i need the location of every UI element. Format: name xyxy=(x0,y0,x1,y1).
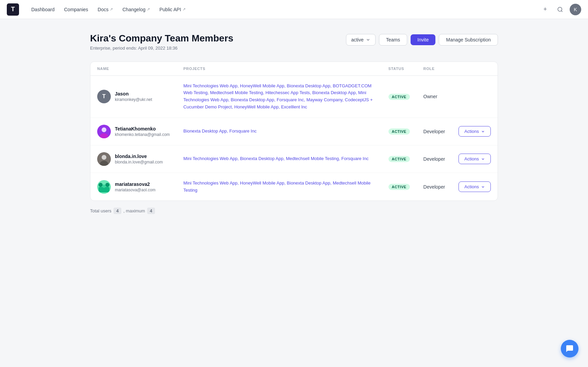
projects-cell: Bionexta Desktop App, Forsquare Inc xyxy=(184,128,375,135)
table-row: TetianaKhomenko khomenko.tetiana@gmail.c… xyxy=(90,118,498,145)
manage-subscription-button[interactable]: Manage Subscription xyxy=(439,34,498,46)
col-actions xyxy=(452,62,498,76)
nav-links: Dashboard Companies Docs ↗ Changelog ↗ P… xyxy=(27,5,532,14)
user-email: khomenko.tetiana@gmail.com xyxy=(115,132,170,137)
col-status: STATUS xyxy=(382,62,417,76)
nav-right: + K xyxy=(540,4,581,15)
status-badge: ACTIVE xyxy=(388,128,410,135)
nav-dashboard[interactable]: Dashboard xyxy=(27,5,59,14)
chevron-down-icon xyxy=(481,129,485,134)
user-info: TetianaKhomenko khomenko.tetiana@gmail.c… xyxy=(115,126,170,137)
svg-point-0 xyxy=(558,7,562,11)
table-row: mariatarasova2 mariatasova@aol.com Mini … xyxy=(90,173,498,200)
page-header: Kira's Company Team Members Enterprise, … xyxy=(90,33,498,51)
search-button[interactable] xyxy=(555,4,566,15)
status-badge: ACTIVE xyxy=(388,184,410,190)
actions-button[interactable]: Actions xyxy=(459,154,491,164)
nav-public-api[interactable]: Public API ↗ xyxy=(155,5,190,14)
svg-point-8 xyxy=(99,183,103,187)
user-name: mariatarasova2 xyxy=(115,181,156,187)
user-cell: TetianaKhomenko khomenko.tetiana@gmail.c… xyxy=(97,125,170,138)
header-actions: active Teams Invite Manage Subscription xyxy=(346,34,498,46)
avatar: T xyxy=(97,90,111,103)
members-table: NAME PROJECTS STATUS ROLE T Jason kiramo… xyxy=(90,62,498,201)
svg-point-9 xyxy=(105,183,109,187)
nav-companies[interactable]: Companies xyxy=(60,5,92,14)
role-cell: Owner xyxy=(417,75,452,118)
user-email: mariatasova@aol.com xyxy=(115,188,156,192)
col-projects: PROJECTS xyxy=(177,62,382,76)
nav-changelog[interactable]: Changelog ↗ xyxy=(118,5,154,14)
user-cell: blonda.in.love blonda.in.love@gmail.com xyxy=(97,152,170,166)
teams-button[interactable]: Teams xyxy=(379,34,407,46)
search-icon xyxy=(557,6,563,13)
total-label: Total users xyxy=(90,208,111,213)
max-count: 4 xyxy=(147,208,155,214)
user-name: TetianaKhomenko xyxy=(115,126,170,132)
invite-button[interactable]: Invite xyxy=(411,34,435,45)
user-info: mariatarasova2 mariatasova@aol.com xyxy=(115,181,156,192)
user-name: Jason xyxy=(115,91,152,97)
projects-cell: Mini Technologies Web App, HoneyWell Mob… xyxy=(184,83,375,111)
projects-cell: Mini Technologies Web App, HoneyWell Mob… xyxy=(184,180,375,194)
external-link-icon: ↗ xyxy=(183,7,186,12)
page-title-block: Kira's Company Team Members Enterprise, … xyxy=(90,33,341,51)
app-logo[interactable]: T xyxy=(7,3,19,16)
user-avatar[interactable]: K xyxy=(570,4,581,15)
table-row: blonda.in.love blonda.in.love@gmail.com … xyxy=(90,145,498,173)
user-cell: mariatarasova2 mariatasova@aol.com xyxy=(97,180,170,194)
external-link-icon: ↗ xyxy=(110,7,113,12)
table-row: T Jason kiramonkey@ukr.net Mini Technolo… xyxy=(90,75,498,118)
status-badge: ACTIVE xyxy=(388,156,410,162)
chat-fab[interactable] xyxy=(561,340,578,357)
user-name: blonda.in.love xyxy=(115,154,163,159)
main-content: Kira's Company Team Members Enterprise, … xyxy=(83,19,505,228)
external-link-icon: ↗ xyxy=(147,7,150,12)
col-name: NAME xyxy=(90,62,177,76)
table-footer: Total users 4 , maximum 4 xyxy=(90,208,498,214)
projects-cell: Mini Technologies Web App, Bionexta Desk… xyxy=(184,155,375,162)
status-badge: ACTIVE xyxy=(388,94,410,100)
chevron-down-icon xyxy=(481,157,485,161)
chevron-down-icon xyxy=(481,185,485,189)
navbar: T Dashboard Companies Docs ↗ Changelog ↗… xyxy=(0,0,588,19)
svg-point-5 xyxy=(102,155,106,160)
max-label: , maximum xyxy=(123,208,145,213)
add-button[interactable]: + xyxy=(540,4,551,15)
avatar xyxy=(97,152,111,166)
svg-point-2 xyxy=(102,127,106,132)
chat-icon xyxy=(566,345,574,353)
role-cell: Developer xyxy=(417,173,452,200)
nav-docs[interactable]: Docs ↗ xyxy=(93,5,117,14)
total-count: 4 xyxy=(114,208,121,214)
col-role: ROLE xyxy=(417,62,452,76)
actions-button[interactable]: Actions xyxy=(459,126,491,137)
user-cell: T Jason kiramonkey@ukr.net xyxy=(97,90,170,103)
status-dropdown[interactable]: active xyxy=(346,34,376,46)
page-title: Kira's Company Team Members xyxy=(90,33,341,44)
user-email: kiramonkey@ukr.net xyxy=(115,97,152,102)
role-cell: Developer xyxy=(417,145,452,173)
page-subtitle: Enterprise, period ends: April 09, 2022 … xyxy=(90,46,341,51)
avatar xyxy=(97,125,111,138)
user-info: blonda.in.love blonda.in.love@gmail.com xyxy=(115,154,163,164)
avatar xyxy=(97,180,111,194)
user-info: Jason kiramonkey@ukr.net xyxy=(115,91,152,102)
user-email: blonda.in.love@gmail.com xyxy=(115,160,163,164)
actions-button[interactable]: Actions xyxy=(459,181,491,192)
svg-point-11 xyxy=(102,185,106,188)
chevron-down-icon xyxy=(366,37,370,42)
role-cell: Developer xyxy=(417,118,452,145)
